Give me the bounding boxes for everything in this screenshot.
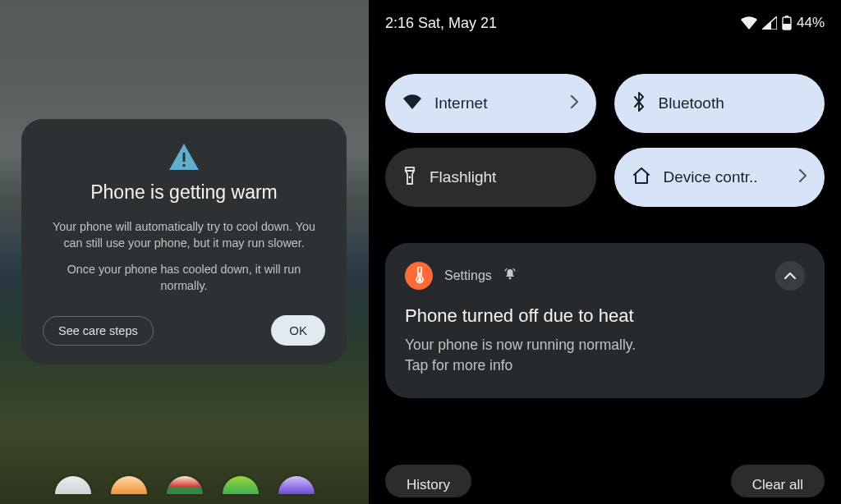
- signal-icon: [762, 16, 777, 30]
- clock-date: 2:16 Sat, May 21: [385, 15, 497, 32]
- dock-app-icons-partial: [0, 476, 369, 504]
- thermal-warning-dialog: Phone is getting warm Your phone will au…: [21, 119, 347, 364]
- heat-notification[interactable]: Settings Phone turned off due to heat Yo…: [385, 243, 825, 398]
- dialog-paragraph-2: Once your phone has cooled down, it will…: [43, 261, 325, 294]
- home-icon: [632, 167, 650, 188]
- wifi-icon: [741, 16, 757, 30]
- chevron-right-icon: [798, 168, 807, 186]
- warning-icon: [43, 144, 325, 170]
- collapse-button[interactable]: [775, 261, 805, 291]
- svg-rect-1: [183, 153, 186, 162]
- tile-bluetooth[interactable]: Bluetooth: [614, 74, 825, 133]
- svg-point-12: [508, 277, 511, 280]
- notification-body-line: Tap for more info: [405, 355, 805, 376]
- tile-flashlight[interactable]: Flashlight: [385, 148, 596, 207]
- tile-label: Bluetooth: [659, 94, 807, 112]
- quick-settings-tiles: Internet Bluetooth: [385, 74, 825, 207]
- chevron-up-icon: [784, 272, 797, 280]
- svg-rect-7: [783, 24, 791, 30]
- dialog-paragraph-1: Your phone will automatically try to coo…: [43, 218, 325, 251]
- notification-shade: 2:16 Sat, May 21: [369, 0, 841, 504]
- notification-title: Phone turned off due to heat: [405, 305, 805, 327]
- alerting-icon: [503, 268, 517, 284]
- clear-all-button[interactable]: Clear all: [731, 465, 825, 497]
- tile-label: Device contr..: [664, 168, 786, 186]
- notification-app-name: Settings: [444, 268, 492, 283]
- battery-icon: [782, 16, 792, 30]
- notification-body-line: Your phone is now running normally.: [405, 335, 805, 355]
- thermometer-icon: [405, 262, 433, 290]
- chevron-right-icon: [570, 94, 578, 112]
- wallpaper-screen: Phone is getting warm Your phone will au…: [0, 0, 369, 504]
- bluetooth-icon: [632, 92, 646, 116]
- svg-point-9: [409, 176, 411, 178]
- wifi-icon: [403, 94, 421, 113]
- ok-button[interactable]: OK: [271, 315, 325, 346]
- tile-device-controls[interactable]: Device contr..: [614, 148, 825, 207]
- dialog-title: Phone is getting warm: [43, 181, 325, 204]
- status-bar: 2:16 Sat, May 21: [385, 0, 825, 46]
- see-care-steps-button[interactable]: See care steps: [43, 316, 154, 346]
- tile-internet[interactable]: Internet: [385, 74, 596, 133]
- tile-label: Internet: [434, 94, 557, 112]
- history-button[interactable]: History: [385, 465, 471, 497]
- svg-rect-2: [183, 164, 186, 167]
- flashlight-icon: [403, 166, 416, 190]
- tile-label: Flashlight: [430, 168, 578, 186]
- battery-percent: 44%: [797, 15, 825, 31]
